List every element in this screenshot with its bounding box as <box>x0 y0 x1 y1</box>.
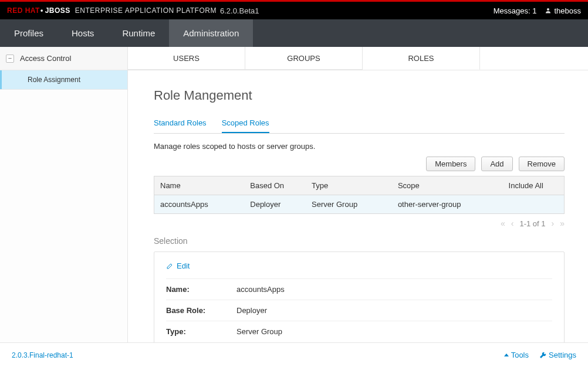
selection-title: Selection <box>154 236 565 246</box>
col-include-all: Include All <box>503 176 565 195</box>
tab-profiles[interactable]: Profiles <box>0 19 58 47</box>
roles-table: Name Based On Type Scope Include All acc… <box>154 176 565 214</box>
cell-based-on: Deployer <box>244 195 306 214</box>
cell-type: Server Group <box>306 195 392 214</box>
detail-key: Base Role: <box>166 306 236 315</box>
edit-link[interactable]: Edit <box>166 261 552 270</box>
messages-link[interactable]: Messages: 1 <box>494 6 537 15</box>
primary-nav: Profiles Hosts Runtime Administration <box>0 19 588 47</box>
tools-link[interactable]: Tools <box>504 351 529 359</box>
svg-point-0 <box>547 8 549 11</box>
header-bar: RED HAT JBOSS ENTERPRISE APPLICATION PLA… <box>0 0 588 19</box>
sidebar-item-role-assignment[interactable]: Role Assignment <box>0 70 127 89</box>
brand-sub: ENTERPRISE APPLICATION PLATFORM <box>75 6 217 15</box>
footer: 2.0.3.Final-redhat-1 Tools Settings <box>0 342 588 367</box>
brand-version: 6.2.0.Beta1 <box>220 6 259 15</box>
sidebar-section-access-control[interactable]: − Access Control <box>0 47 127 70</box>
edit-label: Edit <box>177 261 190 270</box>
tab-runtime[interactable]: Runtime <box>108 19 169 47</box>
detail-row: Type: Server Group <box>166 321 552 342</box>
pager: « ‹ 1-1 of 1 › » <box>154 219 565 228</box>
members-button[interactable]: Members <box>426 157 475 171</box>
sidebar-item-label: Role Assignment <box>28 76 80 84</box>
col-scope: Scope <box>392 176 503 195</box>
settings-label: Settings <box>549 351 576 359</box>
username: theboss <box>554 6 581 15</box>
sidebar: − Access Control Role Assignment <box>0 47 128 342</box>
role-tabs: Standard Roles Scoped Roles <box>154 118 565 134</box>
tools-label: Tools <box>511 351 529 359</box>
table-toolbar: Members Add Remove <box>154 157 565 171</box>
add-button[interactable]: Add <box>481 157 512 171</box>
tab-hosts[interactable]: Hosts <box>58 19 108 47</box>
collapse-icon[interactable]: − <box>6 55 14 63</box>
detail-value: Deployer <box>236 306 267 315</box>
detail-key: Name: <box>166 285 236 294</box>
cell-scope: other-server-group <box>392 195 503 214</box>
selection-panel: Edit Name: accountsApps Base Role: Deplo… <box>154 252 565 352</box>
caret-up-icon <box>504 354 509 356</box>
subtabs: USERS GROUPS ROLES <box>128 47 588 70</box>
role-tab-scoped[interactable]: Scoped Roles <box>222 118 269 133</box>
subtab-groups[interactable]: GROUPS <box>245 47 363 70</box>
sidebar-section-label: Access Control <box>20 54 71 63</box>
table-row[interactable]: accountsApps Deployer Server Group other… <box>154 195 565 214</box>
user-icon <box>545 7 552 14</box>
pager-last-icon[interactable]: » <box>560 219 565 228</box>
remove-button[interactable]: Remove <box>519 157 565 171</box>
table-header-row: Name Based On Type Scope Include All <box>154 176 565 195</box>
user-menu[interactable]: theboss <box>545 6 581 15</box>
page-title: Role Mangement <box>154 88 565 103</box>
role-tab-standard[interactable]: Standard Roles <box>154 118 207 133</box>
wrench-icon <box>539 352 546 359</box>
tab-administration[interactable]: Administration <box>169 19 253 47</box>
col-type: Type <box>306 176 392 195</box>
subtab-users[interactable]: USERS <box>128 47 245 70</box>
detail-key: Type: <box>166 327 236 336</box>
col-name: Name <box>154 176 245 195</box>
pager-first-icon[interactable]: « <box>501 219 505 228</box>
help-text: Manage roles scoped to hosts or server g… <box>154 142 565 151</box>
cell-name: accountsApps <box>154 195 245 214</box>
detail-row: Name: accountsApps <box>166 278 552 300</box>
settings-link[interactable]: Settings <box>539 351 576 359</box>
pager-text: 1-1 of 1 <box>519 219 545 228</box>
subtab-roles[interactable]: ROLES <box>363 47 480 70</box>
detail-row: Base Role: Deployer <box>166 300 552 321</box>
cell-include-all <box>503 195 565 214</box>
detail-value: Server Group <box>236 327 282 336</box>
brand-jboss: JBOSS <box>42 6 70 15</box>
pager-prev-icon[interactable]: ‹ <box>511 219 514 228</box>
brand-redhat: RED HAT <box>7 6 40 15</box>
footer-version[interactable]: 2.0.3.Final-redhat-1 <box>12 351 73 359</box>
detail-value: accountsApps <box>236 285 285 294</box>
pager-next-icon[interactable]: › <box>552 219 555 228</box>
col-based-on: Based On <box>244 176 306 195</box>
edit-icon <box>166 263 173 270</box>
main-content: USERS GROUPS ROLES Role Mangement Standa… <box>128 47 588 342</box>
